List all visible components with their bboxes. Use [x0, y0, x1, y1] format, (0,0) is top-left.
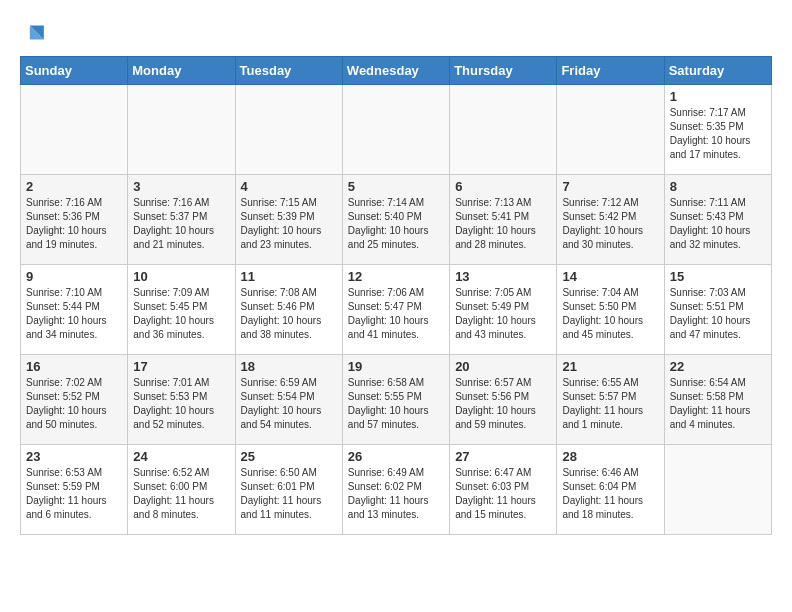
calendar-cell: 15Sunrise: 7:03 AM Sunset: 5:51 PM Dayli…	[664, 265, 771, 355]
day-info: Sunrise: 7:04 AM Sunset: 5:50 PM Dayligh…	[562, 286, 658, 342]
day-number: 15	[670, 269, 766, 284]
day-info: Sunrise: 7:05 AM Sunset: 5:49 PM Dayligh…	[455, 286, 551, 342]
calendar-cell	[664, 445, 771, 535]
calendar-cell: 26Sunrise: 6:49 AM Sunset: 6:02 PM Dayli…	[342, 445, 449, 535]
logo-icon	[20, 20, 48, 48]
day-number: 8	[670, 179, 766, 194]
calendar-cell: 8Sunrise: 7:11 AM Sunset: 5:43 PM Daylig…	[664, 175, 771, 265]
calendar-cell: 18Sunrise: 6:59 AM Sunset: 5:54 PM Dayli…	[235, 355, 342, 445]
calendar-table: SundayMondayTuesdayWednesdayThursdayFrid…	[20, 56, 772, 535]
calendar-cell: 5Sunrise: 7:14 AM Sunset: 5:40 PM Daylig…	[342, 175, 449, 265]
day-info: Sunrise: 6:49 AM Sunset: 6:02 PM Dayligh…	[348, 466, 444, 522]
calendar-week-row: 16Sunrise: 7:02 AM Sunset: 5:52 PM Dayli…	[21, 355, 772, 445]
calendar-cell	[557, 85, 664, 175]
calendar-cell: 12Sunrise: 7:06 AM Sunset: 5:47 PM Dayli…	[342, 265, 449, 355]
day-number: 21	[562, 359, 658, 374]
calendar-cell: 20Sunrise: 6:57 AM Sunset: 5:56 PM Dayli…	[450, 355, 557, 445]
calendar-cell: 28Sunrise: 6:46 AM Sunset: 6:04 PM Dayli…	[557, 445, 664, 535]
calendar-cell: 11Sunrise: 7:08 AM Sunset: 5:46 PM Dayli…	[235, 265, 342, 355]
calendar-cell: 27Sunrise: 6:47 AM Sunset: 6:03 PM Dayli…	[450, 445, 557, 535]
calendar-cell: 2Sunrise: 7:16 AM Sunset: 5:36 PM Daylig…	[21, 175, 128, 265]
calendar-cell	[450, 85, 557, 175]
day-info: Sunrise: 7:01 AM Sunset: 5:53 PM Dayligh…	[133, 376, 229, 432]
day-number: 26	[348, 449, 444, 464]
day-info: Sunrise: 6:50 AM Sunset: 6:01 PM Dayligh…	[241, 466, 337, 522]
calendar-cell: 1Sunrise: 7:17 AM Sunset: 5:35 PM Daylig…	[664, 85, 771, 175]
day-number: 9	[26, 269, 122, 284]
day-number: 2	[26, 179, 122, 194]
weekday-header: Monday	[128, 57, 235, 85]
day-number: 25	[241, 449, 337, 464]
calendar-week-row: 9Sunrise: 7:10 AM Sunset: 5:44 PM Daylig…	[21, 265, 772, 355]
day-info: Sunrise: 6:46 AM Sunset: 6:04 PM Dayligh…	[562, 466, 658, 522]
calendar-cell	[342, 85, 449, 175]
calendar-cell: 19Sunrise: 6:58 AM Sunset: 5:55 PM Dayli…	[342, 355, 449, 445]
day-info: Sunrise: 7:08 AM Sunset: 5:46 PM Dayligh…	[241, 286, 337, 342]
day-number: 17	[133, 359, 229, 374]
day-info: Sunrise: 7:16 AM Sunset: 5:36 PM Dayligh…	[26, 196, 122, 252]
calendar-cell: 6Sunrise: 7:13 AM Sunset: 5:41 PM Daylig…	[450, 175, 557, 265]
calendar-cell: 21Sunrise: 6:55 AM Sunset: 5:57 PM Dayli…	[557, 355, 664, 445]
calendar-cell: 14Sunrise: 7:04 AM Sunset: 5:50 PM Dayli…	[557, 265, 664, 355]
day-info: Sunrise: 6:55 AM Sunset: 5:57 PM Dayligh…	[562, 376, 658, 432]
day-number: 10	[133, 269, 229, 284]
calendar-cell	[235, 85, 342, 175]
day-number: 11	[241, 269, 337, 284]
day-number: 4	[241, 179, 337, 194]
calendar-week-row: 23Sunrise: 6:53 AM Sunset: 5:59 PM Dayli…	[21, 445, 772, 535]
day-info: Sunrise: 7:17 AM Sunset: 5:35 PM Dayligh…	[670, 106, 766, 162]
day-number: 5	[348, 179, 444, 194]
day-info: Sunrise: 7:02 AM Sunset: 5:52 PM Dayligh…	[26, 376, 122, 432]
calendar-cell: 9Sunrise: 7:10 AM Sunset: 5:44 PM Daylig…	[21, 265, 128, 355]
weekday-header: Thursday	[450, 57, 557, 85]
day-info: Sunrise: 7:13 AM Sunset: 5:41 PM Dayligh…	[455, 196, 551, 252]
day-info: Sunrise: 7:15 AM Sunset: 5:39 PM Dayligh…	[241, 196, 337, 252]
day-number: 12	[348, 269, 444, 284]
calendar-cell: 10Sunrise: 7:09 AM Sunset: 5:45 PM Dayli…	[128, 265, 235, 355]
calendar-cell: 3Sunrise: 7:16 AM Sunset: 5:37 PM Daylig…	[128, 175, 235, 265]
calendar-header	[20, 20, 772, 48]
day-info: Sunrise: 6:57 AM Sunset: 5:56 PM Dayligh…	[455, 376, 551, 432]
day-number: 22	[670, 359, 766, 374]
day-number: 16	[26, 359, 122, 374]
day-number: 24	[133, 449, 229, 464]
logo	[20, 20, 52, 48]
calendar-cell: 17Sunrise: 7:01 AM Sunset: 5:53 PM Dayli…	[128, 355, 235, 445]
day-info: Sunrise: 7:09 AM Sunset: 5:45 PM Dayligh…	[133, 286, 229, 342]
calendar-cell: 16Sunrise: 7:02 AM Sunset: 5:52 PM Dayli…	[21, 355, 128, 445]
calendar-week-row: 2Sunrise: 7:16 AM Sunset: 5:36 PM Daylig…	[21, 175, 772, 265]
day-info: Sunrise: 7:11 AM Sunset: 5:43 PM Dayligh…	[670, 196, 766, 252]
day-info: Sunrise: 7:06 AM Sunset: 5:47 PM Dayligh…	[348, 286, 444, 342]
calendar-cell: 4Sunrise: 7:15 AM Sunset: 5:39 PM Daylig…	[235, 175, 342, 265]
day-info: Sunrise: 6:59 AM Sunset: 5:54 PM Dayligh…	[241, 376, 337, 432]
weekday-header: Wednesday	[342, 57, 449, 85]
weekday-header: Saturday	[664, 57, 771, 85]
calendar-week-row: 1Sunrise: 7:17 AM Sunset: 5:35 PM Daylig…	[21, 85, 772, 175]
day-info: Sunrise: 6:47 AM Sunset: 6:03 PM Dayligh…	[455, 466, 551, 522]
day-number: 28	[562, 449, 658, 464]
day-number: 13	[455, 269, 551, 284]
calendar-cell: 7Sunrise: 7:12 AM Sunset: 5:42 PM Daylig…	[557, 175, 664, 265]
calendar-cell: 23Sunrise: 6:53 AM Sunset: 5:59 PM Dayli…	[21, 445, 128, 535]
calendar-cell: 13Sunrise: 7:05 AM Sunset: 5:49 PM Dayli…	[450, 265, 557, 355]
weekday-header: Friday	[557, 57, 664, 85]
day-number: 6	[455, 179, 551, 194]
day-info: Sunrise: 7:16 AM Sunset: 5:37 PM Dayligh…	[133, 196, 229, 252]
day-number: 18	[241, 359, 337, 374]
day-number: 20	[455, 359, 551, 374]
day-number: 1	[670, 89, 766, 104]
calendar-header-row: SundayMondayTuesdayWednesdayThursdayFrid…	[21, 57, 772, 85]
day-number: 23	[26, 449, 122, 464]
day-info: Sunrise: 7:10 AM Sunset: 5:44 PM Dayligh…	[26, 286, 122, 342]
weekday-header: Tuesday	[235, 57, 342, 85]
day-number: 19	[348, 359, 444, 374]
day-info: Sunrise: 6:54 AM Sunset: 5:58 PM Dayligh…	[670, 376, 766, 432]
day-number: 3	[133, 179, 229, 194]
day-info: Sunrise: 6:53 AM Sunset: 5:59 PM Dayligh…	[26, 466, 122, 522]
day-number: 14	[562, 269, 658, 284]
day-info: Sunrise: 7:14 AM Sunset: 5:40 PM Dayligh…	[348, 196, 444, 252]
day-info: Sunrise: 7:03 AM Sunset: 5:51 PM Dayligh…	[670, 286, 766, 342]
calendar-cell: 22Sunrise: 6:54 AM Sunset: 5:58 PM Dayli…	[664, 355, 771, 445]
calendar-cell	[21, 85, 128, 175]
calendar-cell	[128, 85, 235, 175]
